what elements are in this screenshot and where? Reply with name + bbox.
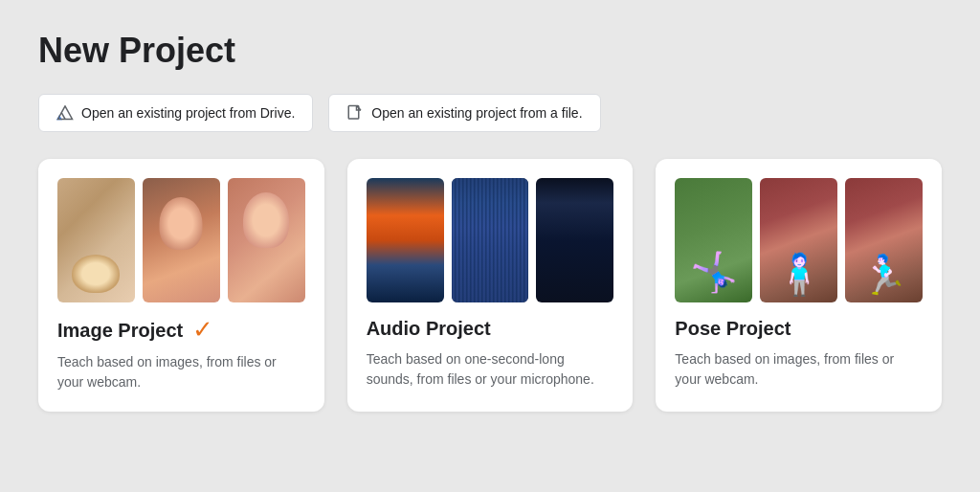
audio-project-card[interactable]: Audio Project Teach based on one-second-… bbox=[347, 159, 634, 412]
pose-thumb-3 bbox=[845, 178, 923, 302]
pose-thumb-1 bbox=[675, 178, 752, 302]
audio-thumb-1 bbox=[367, 178, 444, 302]
pose-project-title-row: Pose Project bbox=[675, 318, 923, 340]
audio-project-description: Teach based on one-second-long sounds, f… bbox=[367, 349, 614, 390]
file-btn-label: Open an existing project from a file. bbox=[371, 105, 582, 121]
audio-thumb-2 bbox=[452, 178, 529, 302]
toolbar: Open an existing project from Drive. Ope… bbox=[38, 94, 942, 132]
drive-icon bbox=[56, 104, 74, 122]
image-project-title-row: Image Project ✓ bbox=[57, 318, 305, 343]
image-project-title: Image Project bbox=[57, 320, 183, 342]
audio-project-title: Audio Project bbox=[367, 318, 491, 340]
image-thumb-2 bbox=[143, 178, 220, 302]
image-thumb-1 bbox=[57, 178, 135, 302]
audio-project-title-row: Audio Project bbox=[367, 318, 614, 340]
image-project-thumbnails bbox=[57, 178, 305, 302]
image-project-checkmark: ✓ bbox=[192, 318, 213, 343]
pose-thumb-2 bbox=[760, 178, 837, 302]
pose-project-title: Pose Project bbox=[675, 318, 791, 340]
drive-btn-label: Open an existing project from Drive. bbox=[81, 105, 295, 121]
audio-thumb-3 bbox=[536, 178, 613, 302]
open-from-drive-button[interactable]: Open an existing project from Drive. bbox=[38, 94, 313, 132]
cards-row: Image Project ✓ Teach based on images, f… bbox=[38, 159, 942, 412]
pose-project-thumbnails bbox=[675, 178, 923, 302]
open-from-file-button[interactable]: Open an existing project from a file. bbox=[328, 94, 600, 132]
audio-project-thumbnails bbox=[367, 178, 614, 302]
pose-project-card[interactable]: Pose Project Teach based on images, from… bbox=[656, 159, 942, 412]
image-thumb-3 bbox=[228, 178, 305, 302]
page-title: New Project bbox=[38, 31, 942, 71]
image-project-description: Teach based on images, from files or you… bbox=[57, 352, 305, 392]
pose-project-description: Teach based on images, from files or you… bbox=[675, 349, 923, 390]
image-project-card[interactable]: Image Project ✓ Teach based on images, f… bbox=[38, 159, 324, 412]
file-icon bbox=[346, 104, 364, 122]
